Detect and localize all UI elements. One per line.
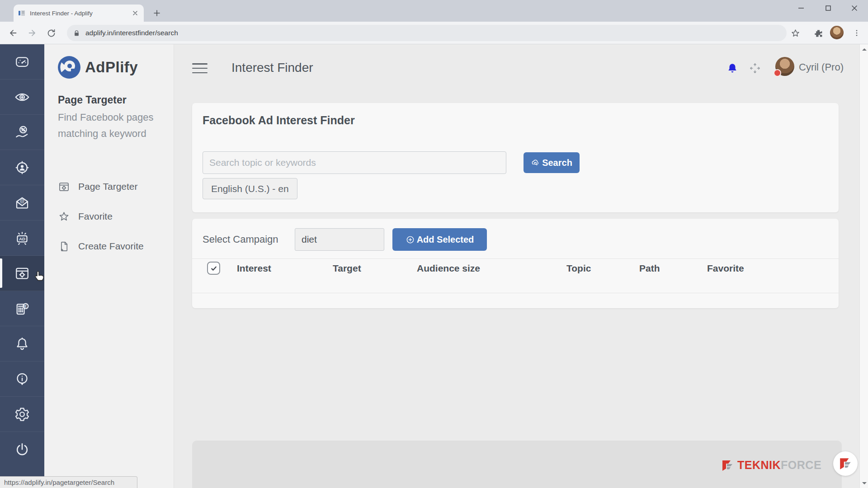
tab-title: Interest Finder - Adplify	[30, 10, 131, 17]
url-bar[interactable]: adplify.in/interestfinder/search	[67, 25, 787, 41]
back-button-icon[interactable]	[7, 27, 19, 39]
column-header-interest: Interest	[237, 263, 271, 274]
mouse-cursor-hand	[33, 270, 46, 285]
sidebar-item-label: Page Targeter	[78, 181, 138, 192]
sidebar-section-description: Find Facebook pages matching a keyword	[58, 109, 161, 142]
hamburger-menu-icon[interactable]	[192, 63, 208, 73]
column-header-favorite: Favorite	[707, 263, 744, 274]
bookmark-star-icon[interactable]	[789, 27, 801, 39]
rail-facebook-calculator-icon[interactable]: f	[0, 291, 44, 326]
campaign-card: Select Campaign Add Selected Interest Ta…	[192, 219, 839, 308]
star-icon	[58, 211, 70, 223]
rail-dashboard-gauge-icon[interactable]	[0, 44, 44, 80]
add-selected-button[interactable]: Add Selected	[392, 228, 487, 251]
cloud-search-icon	[531, 158, 540, 168]
column-header-audience-size: Audience size	[417, 263, 480, 274]
status-link-text: https://adplify.in/pagetargeter/Search	[4, 479, 114, 486]
column-header-topic: Topic	[566, 263, 591, 274]
footer-brand-primary: TEKNIK	[737, 459, 781, 471]
main-header: Interest Finder Cyril (Pro)	[174, 44, 859, 89]
adplify-logo: AdPlify	[57, 55, 138, 80]
extensions-puzzle-icon[interactable]	[812, 27, 824, 39]
svg-text:@: @	[20, 197, 25, 203]
browser-profile-avatar[interactable]	[830, 26, 844, 39]
browser-menu-icon[interactable]	[851, 27, 863, 39]
browser-window: Interest Finder - Adplify	[0, 0, 868, 488]
window-minimize-button[interactable]	[791, 1, 811, 15]
url-text: adplify.in/interestfinder/search	[85, 29, 178, 37]
rail-bell-icon[interactable]	[0, 326, 44, 361]
page-scrollbar[interactable]	[859, 44, 868, 488]
add-selected-label: Add Selected	[417, 235, 474, 245]
rail-gear-icon[interactable]	[0, 397, 44, 432]
teknikforce-mark-icon	[839, 457, 852, 470]
scroll-up-icon[interactable]	[860, 45, 868, 53]
tab-close-icon[interactable]	[131, 9, 139, 17]
language-selector-button[interactable]: English (U.S.) - en	[203, 178, 297, 199]
brand-name: AdPlify	[85, 59, 138, 76]
rail-mail-at-icon[interactable]: @	[0, 185, 44, 221]
lock-icon	[73, 29, 80, 37]
sidebar: AdPlify Page Targeter Find Facebook page…	[44, 44, 174, 488]
notifications-bell-icon[interactable]	[726, 62, 738, 74]
select-campaign-label: Select Campaign	[203, 234, 278, 245]
browser-tab-strip: Interest Finder - Adplify	[0, 0, 868, 22]
search-button[interactable]: Search	[524, 152, 580, 173]
rail-info-icon[interactable]	[0, 361, 44, 397]
campaign-input[interactable]	[295, 228, 384, 251]
icon-rail: @ AD f	[0, 44, 44, 488]
user-avatar[interactable]	[775, 57, 794, 76]
checkmark-icon	[210, 265, 217, 272]
divider	[192, 293, 839, 293]
avatar-badge	[774, 69, 781, 77]
page-title: Interest Finder	[231, 61, 313, 75]
window-target-icon	[58, 181, 70, 193]
sidebar-section-title: Page Targeter	[58, 94, 127, 106]
rail-power-icon[interactable]	[0, 432, 44, 467]
sidebar-item-create-favorite[interactable]: Create Favorite	[58, 231, 166, 261]
window-close-button[interactable]	[844, 1, 865, 15]
window-maximize-button[interactable]	[818, 1, 839, 15]
rail-eye-plus-icon[interactable]	[0, 80, 44, 115]
svg-text:f: f	[25, 304, 27, 309]
teknikforce-logo: TEKNIKFORCE	[721, 459, 821, 472]
adplify-logo-icon	[57, 55, 81, 80]
card-title: Facebook Ad Interest Finder	[203, 114, 355, 127]
select-all-checkbox[interactable]	[207, 262, 220, 275]
scroll-down-icon[interactable]	[860, 479, 868, 487]
column-header-target: Target	[333, 263, 361, 274]
user-name: Cyril (Pro)	[799, 61, 844, 73]
forward-button-icon[interactable]	[26, 27, 38, 39]
app-content: @ AD f	[0, 44, 868, 488]
sidebar-item-page-targeter[interactable]: Page Targeter	[58, 172, 166, 202]
search-button-label: Search	[542, 158, 572, 168]
divider	[192, 258, 839, 259]
reload-button-icon[interactable]	[45, 27, 57, 39]
column-header-path: Path	[639, 263, 660, 274]
main-panel: Interest Finder Cyril (Pro) Facebook Ad …	[174, 44, 859, 488]
browser-toolbar: adplify.in/interestfinder/search	[0, 22, 868, 44]
plus-circle-icon	[406, 235, 415, 244]
sidebar-menu: Page Targeter Favorite Create Favorite	[58, 172, 166, 261]
file-plus-icon	[58, 240, 70, 253]
sidebar-item-label: Create Favorite	[78, 241, 144, 252]
search-input[interactable]	[203, 151, 506, 174]
teknikforce-mark-icon	[721, 459, 734, 472]
browser-tab[interactable]: Interest Finder - Adplify	[14, 5, 144, 22]
teknikforce-floating-badge[interactable]	[833, 451, 858, 476]
language-label: English (U.S.) - en	[211, 183, 289, 194]
footer-brand-secondary: FORCE	[781, 459, 821, 471]
status-link-tooltip: https://adplify.in/pagetargeter/Search	[0, 476, 137, 488]
interest-finder-card: Facebook Ad Interest Finder Search Engli…	[192, 103, 839, 212]
svg-text:AD: AD	[19, 236, 25, 241]
new-tab-button[interactable]	[151, 7, 163, 19]
sidebar-item-favorite[interactable]: Favorite	[58, 202, 166, 231]
rail-ad-bubble-icon[interactable]: AD	[0, 221, 44, 256]
move-arrows-icon[interactable]	[749, 62, 761, 74]
tab-favicon-icon	[18, 9, 25, 17]
rail-hand-percent-icon[interactable]	[0, 115, 44, 150]
rail-person-target-icon[interactable]	[0, 150, 44, 185]
sidebar-item-label: Favorite	[78, 211, 113, 222]
footer-panel: TEKNIKFORCE	[192, 441, 842, 488]
